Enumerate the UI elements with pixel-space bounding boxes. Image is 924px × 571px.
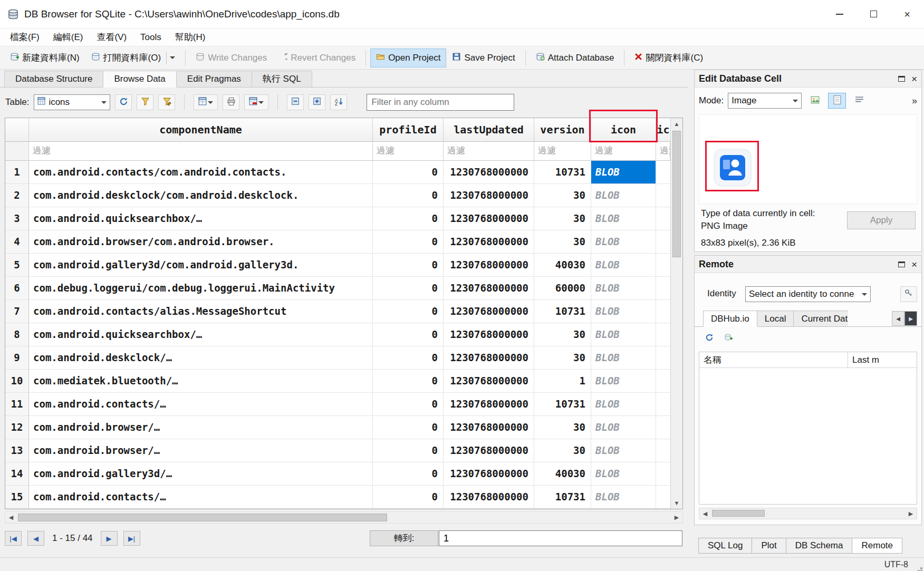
cell-upd[interactable]: 1230768000000	[444, 439, 534, 462]
cell-upd[interactable]: 1230768000000	[444, 346, 534, 370]
scroll-right-icon[interactable]: ▶	[905, 508, 917, 519]
cell-part[interactable]	[656, 254, 670, 277]
table-select[interactable]: icons	[34, 94, 110, 110]
cell-ver[interactable]: 30	[534, 230, 591, 254]
cell-blob[interactable]: BLOB	[591, 323, 656, 346]
revert-changes-button[interactable]: Revert Changes	[273, 49, 361, 67]
cell-ver[interactable]: 30	[534, 346, 591, 370]
cell-upd[interactable]: 1230768000000	[444, 323, 534, 346]
cell-ver[interactable]: 30	[534, 416, 591, 439]
menu-file[interactable]: 檔案(F)	[3, 28, 46, 46]
tab-dbhub[interactable]: DBHub.io	[703, 311, 757, 327]
filter-icon[interactable]: 過濾	[591, 142, 656, 160]
cell-name[interactable]: com.android.deskclock/…	[29, 346, 373, 370]
cell-pid[interactable]: 0	[373, 300, 444, 323]
refresh-button[interactable]	[115, 94, 132, 110]
clear-filters-button[interactable]	[137, 94, 153, 110]
menu-view[interactable]: 查看(V)	[90, 28, 133, 46]
remote-name-header[interactable]: 名稱	[699, 352, 848, 367]
sort-button[interactable]: AZ	[330, 94, 347, 110]
tab-scroll-left-button[interactable]: ◀	[892, 311, 904, 326]
cell-upd[interactable]: 1230768000000	[444, 254, 534, 277]
cell-part[interactable]	[656, 300, 670, 323]
cell-blob[interactable]: BLOB	[591, 230, 656, 254]
cell-upd[interactable]: 1230768000000	[444, 393, 534, 416]
cell-part[interactable]	[656, 416, 670, 439]
cell-part[interactable]	[656, 207, 670, 230]
cell-part[interactable]	[656, 277, 670, 300]
cell-part[interactable]	[656, 462, 670, 486]
print-button[interactable]	[223, 94, 239, 110]
cell-blob[interactable]: BLOB	[591, 416, 656, 439]
cell-ver[interactable]: 10731	[534, 393, 591, 416]
cell-pid[interactable]: 0	[373, 439, 444, 462]
cell-upd[interactable]: 1230768000000	[444, 207, 534, 230]
tab-database-structure[interactable]: Database Structure	[4, 71, 103, 88]
cell-part[interactable]	[656, 439, 670, 462]
insert-cell-button[interactable]	[287, 94, 304, 110]
cell-upd[interactable]: 1230768000000	[444, 486, 534, 509]
menu-tools[interactable]: Tools	[133, 28, 168, 46]
cell-blob[interactable]: BLOB	[591, 277, 656, 300]
cell-part[interactable]	[656, 323, 670, 346]
cell-name[interactable]: com.android.gallery3d/com.android.galler…	[29, 254, 373, 277]
cell-name[interactable]: com.android.browser/…	[29, 439, 373, 462]
cell-part[interactable]	[656, 370, 670, 393]
close-button[interactable]: ×	[890, 0, 924, 28]
tab-browse-data[interactable]: Browse Data	[103, 71, 176, 88]
cell-pid[interactable]: 0	[373, 462, 444, 486]
tab-sql-log[interactable]: SQL Log	[698, 538, 752, 554]
previous-page-button[interactable]: ◀	[27, 531, 44, 546]
word-wrap-button[interactable]	[850, 93, 868, 109]
horizontal-scrollbar-thumb[interactable]	[18, 514, 387, 521]
toolbar-overflow-icon[interactable]: »	[912, 95, 917, 107]
column-header-lastupdated[interactable]: lastUpdated	[444, 118, 534, 141]
menu-help[interactable]: 幫助(H)	[168, 28, 213, 46]
filter-partial[interactable]: 過濾	[656, 142, 670, 160]
cell-ver[interactable]: 40030	[534, 254, 591, 277]
horizontal-scrollbar[interactable]: ◀ ▶	[5, 511, 683, 524]
text-view-toggle-button[interactable]	[828, 93, 846, 109]
open-project-button[interactable]: Open Project	[370, 49, 446, 67]
mode-select[interactable]: Image	[728, 93, 802, 109]
scroll-right-icon[interactable]: ▶	[671, 512, 682, 523]
cell-blob[interactable]: BLOB	[591, 439, 656, 462]
delete-record-button[interactable]	[244, 94, 268, 110]
cell-name[interactable]: com.android.contacts/alias.MessageShortc…	[29, 300, 373, 323]
cell-pid[interactable]: 0	[373, 416, 444, 439]
cell-blob[interactable]: BLOB	[591, 300, 656, 323]
cell-upd[interactable]: 1230768000000	[444, 184, 534, 207]
first-page-button[interactable]: |◀	[5, 531, 22, 546]
cell-pid[interactable]: 0	[373, 486, 444, 509]
tab-db-schema[interactable]: DB Schema	[786, 538, 853, 554]
cell-pid[interactable]: 0	[373, 393, 444, 416]
close-database-button[interactable]: 關閉資料庫(C)	[629, 49, 709, 67]
close-panel-icon[interactable]: ×	[911, 259, 917, 269]
new-record-button[interactable]	[194, 94, 218, 110]
undock-icon[interactable]	[898, 76, 905, 82]
cell-blob[interactable]: BLOB	[591, 254, 656, 277]
column-header-partial[interactable]: ic	[656, 118, 670, 141]
cell-part[interactable]	[656, 486, 670, 509]
cell-upd[interactable]: 1230768000000	[444, 416, 534, 439]
cell-ver[interactable]: 30	[534, 207, 591, 230]
cell-name[interactable]: com.android.contacts/…	[29, 393, 373, 416]
scroll-left-icon[interactable]: ◀	[5, 512, 17, 523]
open-database-button[interactable]: 打開資料庫(O)	[85, 49, 181, 67]
write-changes-button[interactable]: Write Changes	[190, 49, 273, 67]
goto-button[interactable]: 轉到:	[370, 530, 438, 546]
close-panel-icon[interactable]: ×	[911, 74, 917, 84]
tab-remote[interactable]: Remote	[852, 538, 902, 554]
cell-pid[interactable]: 0	[373, 230, 444, 254]
cell-blob[interactable]: BLOB	[591, 370, 656, 393]
tab-plot[interactable]: Plot	[752, 538, 786, 554]
scroll-up-icon[interactable]: ▲	[671, 118, 682, 130]
filter-componentname[interactable]: 過濾	[29, 142, 373, 160]
filter-version[interactable]: 過濾	[534, 142, 591, 160]
attach-database-button[interactable]: Attach Database	[530, 49, 620, 67]
tab-execute-sql[interactable]: 執行 SQL	[252, 71, 312, 88]
save-filter-button[interactable]	[158, 94, 175, 110]
vertical-scrollbar[interactable]: ▲ ▼	[670, 118, 682, 509]
cell-pid[interactable]: 0	[373, 161, 444, 184]
cell-part[interactable]	[656, 393, 670, 416]
